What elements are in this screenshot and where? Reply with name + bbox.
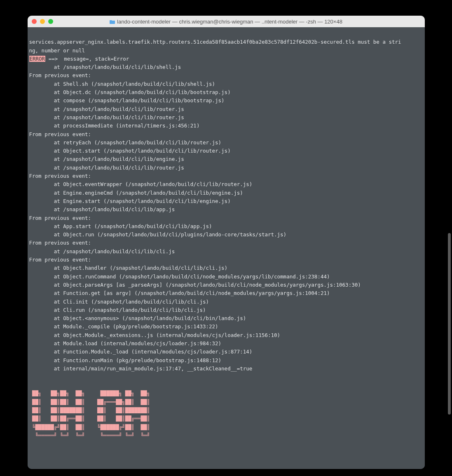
output-line: services.appserver_nginx.labels.traefik.…: [29, 39, 401, 45]
terminal-window: lando-content-modeler — chris.wiegman@ch…: [28, 16, 425, 469]
output-line: ==> message=, stack=Error: [45, 56, 129, 62]
error-badge: ERROR: [29, 56, 46, 62]
output-line: ng, number or null: [29, 47, 85, 54]
window-title-text: lando-content-modeler — chris.wiegman@ch…: [117, 19, 342, 25]
terminal-body[interactable]: services.appserver_nginx.labels.traefik.…: [28, 27, 425, 469]
uh-oh-ascii-art: ██╗ ██╗██╗ ██╗ ██████╗ ██╗ ██╗ ██║ ██║██…: [29, 389, 423, 440]
folder-icon: [110, 19, 115, 24]
titlebar: lando-content-modeler — chris.wiegman@ch…: [28, 16, 425, 27]
stack-trace: at /snapshot/lando/build/cli/lib/shell.j…: [29, 63, 423, 373]
window-title: lando-content-modeler — chris.wiegman@ch…: [28, 19, 425, 25]
